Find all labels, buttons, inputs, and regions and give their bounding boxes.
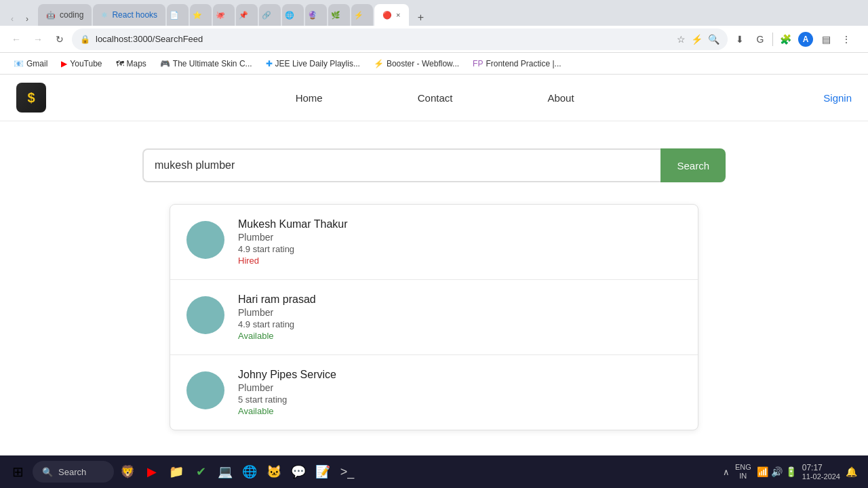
nav-controls: ← → ↻ 🔒 localhost:3000/SearchFeed ☆ ⚡ 🔍 …: [0, 26, 868, 53]
menu-btn[interactable]: ⋮: [837, 30, 856, 49]
start-button[interactable]: ⊞: [5, 460, 30, 484]
result-item-2[interactable]: Hari ram prasad Plumber 4.9 start rating…: [170, 280, 698, 355]
tab-6[interactable]: 📌: [236, 4, 258, 26]
page-content: $ Home Contact About Signin Search Mukes…: [0, 75, 868, 455]
taskbar-github[interactable]: 🐱: [263, 461, 285, 483]
taskbar-whatsapp[interactable]: 💬: [288, 461, 309, 483]
taskbar-youtube[interactable]: ▶: [141, 461, 163, 483]
time-display: 07:17: [802, 463, 840, 472]
logo[interactable]: $: [16, 83, 46, 113]
tab-3[interactable]: 📄: [167, 4, 189, 26]
bookmark-fp[interactable]: FP Frontend Practice |...: [467, 58, 567, 70]
taskbar-vscode[interactable]: 💻: [214, 461, 236, 483]
result-profession-1: Plumber: [238, 232, 682, 243]
bookmark-label: The Ultimate Skin C...: [173, 59, 252, 68]
nav-contact[interactable]: Contact: [418, 92, 453, 104]
taskbar-search-text: Search: [58, 467, 86, 477]
taskbar-brave[interactable]: 🦁: [117, 461, 138, 483]
tray-expand[interactable]: ∧: [723, 467, 730, 477]
result-item-1[interactable]: Mukesh Kumar Thakur Plumber 4.9 start ra…: [170, 205, 698, 280]
extensions-btn[interactable]: 🧩: [776, 30, 795, 49]
bookmark-skin[interactable]: 🎮 The Ultimate Skin C...: [155, 58, 258, 70]
address-bar[interactable]: 🔒 localhost:3000/SearchFeed ☆ ⚡ 🔍: [72, 28, 728, 50]
tab-7[interactable]: 🔗: [259, 4, 281, 26]
wifi-icon[interactable]: 📶: [757, 466, 768, 477]
profile-btn[interactable]: A: [796, 30, 815, 49]
notification-icon[interactable]: 🔔: [846, 466, 857, 477]
volume-icon[interactable]: 🔊: [771, 466, 783, 477]
main-content: Search Mukesh Kumar Thakur Plumber 4.9 s…: [0, 121, 868, 455]
tab-label: React hooks: [112, 10, 157, 20]
refresh-btn[interactable]: ↻: [50, 30, 69, 49]
result-status-1: Hired: [238, 256, 682, 266]
result-profession-3: Plumber: [238, 382, 682, 393]
taskbar-checkmark[interactable]: ✔: [190, 461, 212, 483]
download-btn[interactable]: ⬇: [730, 30, 749, 49]
result-status-2: Available: [238, 331, 682, 341]
accounts-btn[interactable]: G: [751, 30, 770, 49]
bookmark-gmail[interactable]: 📧 Gmail: [8, 58, 53, 70]
tab-10[interactable]: 🌿: [328, 4, 350, 26]
bookmark-label: Frontend Practice |...: [486, 59, 561, 68]
result-name-1: Mukesh Kumar Thakur: [238, 218, 682, 230]
bookmark-youtube[interactable]: ▶ YouTube: [56, 58, 107, 70]
nav-signin[interactable]: Signin: [823, 92, 852, 104]
result-name-2: Hari ram prasad: [238, 293, 682, 306]
result-name-3: Johny Pipes Service: [238, 369, 682, 381]
nav-about[interactable]: About: [547, 92, 574, 104]
navbar: $ Home Contact About Signin: [0, 75, 868, 121]
taskbar-notes[interactable]: 📝: [312, 461, 334, 483]
tab-react-hooks[interactable]: ⚛ React hooks: [93, 4, 165, 26]
sidebar-btn[interactable]: ▤: [816, 30, 835, 49]
bookmark-label: Booster - Webflow...: [387, 59, 459, 68]
result-info-2: Hari ram prasad Plumber 4.9 start rating…: [238, 293, 682, 341]
tab-5[interactable]: 🐙: [213, 4, 235, 26]
result-item-3[interactable]: Johny Pipes Service Plumber 5 start rati…: [170, 355, 698, 430]
result-avatar-1: [186, 221, 224, 259]
tab-back-btn[interactable]: ‹: [5, 12, 19, 26]
taskbar-files[interactable]: 📁: [165, 461, 187, 483]
star-icon[interactable]: ☆: [677, 34, 686, 45]
search-input[interactable]: [142, 148, 660, 182]
taskbar: ⊞ 🔍 Search 🦁 ▶ 📁 ✔ 💻 🌐 🐱 💬 📝 >_ ∧ ENGIN: [0, 455, 868, 488]
new-tab-btn[interactable]: +: [413, 9, 429, 26]
tab-11[interactable]: ⚡: [351, 4, 373, 26]
bookmark-jee[interactable]: ✚ JEE Live Daily Playlis...: [260, 58, 366, 70]
bookmark-bar: 📧 Gmail ▶ YouTube 🗺 Maps 🎮 The Ultimate …: [0, 53, 868, 75]
result-info-3: Johny Pipes Service Plumber 5 start rati…: [238, 369, 682, 416]
browser-right-icons: ⬇ G 🧩 A ▤ ⋮: [730, 30, 861, 49]
result-avatar-3: [186, 371, 224, 409]
tab-forward-btn[interactable]: ›: [20, 12, 34, 26]
tab-8[interactable]: 🌐: [282, 4, 304, 26]
taskbar-terminal[interactable]: >_: [336, 461, 358, 483]
taskbar-search[interactable]: 🔍 Search: [33, 461, 114, 483]
result-rating-1: 4.9 start rating: [238, 244, 682, 254]
tab-label: coding: [60, 10, 83, 20]
tab-active[interactable]: 🔴 ×: [374, 4, 408, 26]
address-text: localhost:3000/SearchFeed: [96, 34, 671, 44]
clock[interactable]: 07:17 11-02-2024: [802, 463, 840, 481]
taskbar-right: ∧ ENGIN 📶 🔊 🔋 07:17 11-02-2024 🔔: [717, 463, 863, 481]
taskbar-chrome[interactable]: 🌐: [239, 461, 260, 483]
search-button[interactable]: Search: [660, 148, 726, 182]
back-btn[interactable]: ←: [7, 30, 26, 49]
tab-bar: ‹ › 🤖 coding ⚛ React hooks 📄 ⭐ 🐙 📌 🔗 🌐: [0, 0, 868, 26]
extension-icon[interactable]: ⚡: [691, 34, 703, 45]
nav-home[interactable]: Home: [296, 92, 323, 104]
tab-9[interactable]: 🔮: [305, 4, 327, 26]
result-profession-2: Plumber: [238, 307, 682, 318]
tab-coding[interactable]: 🤖 coding: [38, 4, 92, 26]
result-avatar-2: [186, 296, 224, 334]
result-rating-2: 4.9 start rating: [238, 319, 682, 329]
bookmark-booster[interactable]: ⚡ Booster - Webflow...: [368, 58, 465, 70]
bookmark-label: JEE Live Daily Playlis...: [275, 59, 360, 68]
battery-icon[interactable]: 🔋: [785, 466, 797, 477]
lock-icon: 🔒: [80, 35, 90, 44]
bookmark-maps[interactable]: 🗺 Maps: [111, 58, 152, 70]
search-container: Search: [142, 148, 726, 182]
tab-4[interactable]: ⭐: [190, 4, 212, 26]
zoom-icon[interactable]: 🔍: [708, 34, 719, 45]
nav-links: Home Contact About: [46, 92, 823, 104]
forward-btn[interactable]: →: [28, 30, 47, 49]
result-info-1: Mukesh Kumar Thakur Plumber 4.9 start ra…: [238, 218, 682, 266]
